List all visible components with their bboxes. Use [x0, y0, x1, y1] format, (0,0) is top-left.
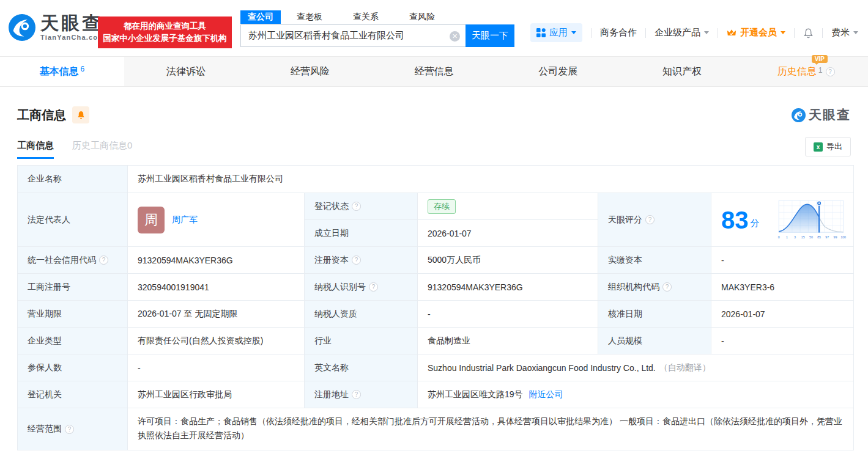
nav-notifications[interactable]	[803, 28, 814, 39]
help-icon[interactable]: ?	[352, 255, 361, 265]
section-title: 工商信息	[17, 107, 66, 123]
nav-enterprise[interactable]: 企业级产品	[655, 27, 709, 39]
svg-text:1: 1	[785, 235, 787, 239]
registry-value: 苏州工业园区行政审批局	[128, 381, 305, 408]
divider	[718, 28, 718, 38]
company-type-label: 企业类型	[18, 328, 128, 354]
address-label: 注册地址 ?	[305, 381, 418, 408]
score-cell[interactable]: 83 分 0 1	[711, 193, 854, 247]
chevron-down-icon	[704, 31, 709, 34]
paid-capital-label: 实缴资本	[598, 247, 711, 274]
tab-basic-count: 6	[81, 65, 85, 73]
help-icon[interactable]: ?	[826, 67, 835, 76]
insured-label: 参保人数	[18, 354, 128, 381]
help-icon[interactable]: ?	[352, 202, 361, 211]
subtab-business-info[interactable]: 工商信息	[17, 140, 54, 159]
business-term-label: 营业期限	[18, 301, 128, 328]
tab-basic-info[interactable]: 基本信息 6	[0, 57, 124, 86]
help-icon[interactable]: ?	[645, 215, 655, 224]
search-tab-relation[interactable]: 查关系	[346, 10, 386, 24]
chevron-down-icon	[781, 31, 785, 34]
divider	[822, 28, 823, 38]
bell-icon	[76, 110, 86, 120]
divider	[591, 28, 592, 38]
business-info-table: 企业名称 苏州工业园区稻香村食品工业有限公司 法定代表人 周 周广军 登记状态 …	[17, 165, 854, 450]
apps-grid-icon	[536, 28, 546, 37]
help-icon[interactable]: ?	[662, 282, 672, 292]
svg-text:15: 15	[801, 235, 804, 239]
export-button[interactable]: x 导出	[805, 137, 851, 156]
credit-code-value: 91320594MAK3YER36G	[128, 247, 305, 274]
help-icon[interactable]: ?	[99, 255, 108, 265]
help-icon[interactable]: ?	[352, 390, 361, 399]
reg-number-value: 320594001919041	[128, 274, 305, 301]
tianyancha-logo-icon	[9, 14, 35, 41]
divider	[645, 28, 646, 38]
tab-legal[interactable]: 法律诉讼	[124, 57, 248, 86]
score-distribution-chart: 0 1 3 15 50 85 97 99 100	[776, 196, 848, 244]
score-value: 83	[721, 208, 749, 232]
tab-intellectual-property[interactable]: 知识产权	[620, 57, 744, 86]
watermark-brand: 天眼查	[809, 106, 851, 123]
tab-company-development[interactable]: 公司发展	[496, 57, 620, 86]
taxpayer-id-label: 纳税人识别号 ?	[305, 274, 418, 301]
nav-user-menu[interactable]: 费米	[831, 27, 858, 39]
taxpayer-quality-value: -	[418, 301, 598, 328]
divider	[794, 28, 795, 38]
reg-status-label: 登记状态 ?	[305, 193, 418, 220]
taxpayer-id-value: 91320594MAK3YER36G	[418, 274, 598, 301]
subtab-history-business-info[interactable]: 历史工商信息0	[72, 140, 132, 159]
org-code-label: 组织机构代码 ?	[598, 274, 711, 301]
vip-crown-icon	[727, 28, 736, 37]
svg-text:0: 0	[777, 235, 779, 239]
svg-text:50: 50	[809, 235, 812, 239]
org-code-value: MAK3YER3-6	[711, 274, 854, 301]
score-label: 天眼评分 ?	[598, 193, 711, 247]
industry-value: 食品制造业	[418, 328, 598, 354]
staff-size-value: -	[711, 328, 854, 354]
company-type-value: 有限责任公司(自然人投资或控股)	[128, 328, 305, 354]
nav-open-vip[interactable]: 开通会员	[727, 27, 785, 39]
search-tab-company[interactable]: 查公司	[240, 10, 281, 24]
reg-capital-label: 注册资本 ?	[305, 247, 418, 274]
vip-badge: VIP	[812, 55, 828, 63]
monitor-bell-button[interactable]	[72, 106, 89, 123]
approval-date-label: 核准日期	[598, 301, 711, 328]
tab-operating-info[interactable]: 经营信息	[372, 57, 496, 86]
score-unit: 分	[751, 218, 760, 229]
brand-name: 天眼查	[40, 14, 105, 32]
help-icon[interactable]: ?	[369, 282, 378, 292]
business-term-value: 2026-01-07 至 无固定期限	[128, 301, 305, 328]
nearby-companies-link[interactable]: 附近公司	[529, 389, 563, 400]
slogan-banner: 都在用的商业查询工具 国家中小企业发展子基金旗下机构	[98, 17, 232, 48]
help-icon[interactable]: ?	[65, 425, 74, 434]
nav-cooperation[interactable]: 商务合作	[600, 27, 637, 39]
english-name-label: 英文名称	[305, 354, 418, 381]
business-scope-value: 许可项目：食品生产；食品销售（依法须经批准的项目，经相关部门批准后方可开展经营活…	[128, 408, 854, 450]
reg-status-value: 存续	[418, 193, 598, 220]
search-tab-boss[interactable]: 查老板	[289, 10, 330, 24]
search-input[interactable]	[241, 25, 466, 46]
address-value: 苏州工业园区唯文路19号 附近公司	[418, 381, 854, 408]
tab-operating-risk[interactable]: 经营风险	[248, 57, 372, 86]
header-nav: 应用 商务合作 企业级产品 开通会员	[530, 23, 858, 42]
legal-rep-avatar[interactable]: 周	[138, 207, 165, 233]
search-button[interactable]: 天眼一下	[466, 24, 514, 47]
watermark-logo: 天眼查	[792, 106, 851, 123]
company-section-tabs: 基本信息 6 法律诉讼 经营风险 经营信息 公司发展 知识产权 历史信息 VIP…	[0, 56, 868, 87]
legal-rep-cell: 周 周广军	[128, 193, 305, 247]
svg-text:85: 85	[817, 235, 821, 239]
search-tab-risk[interactable]: 查风险	[402, 10, 442, 24]
industry-label: 行业	[305, 328, 418, 354]
tianyancha-logo-icon	[792, 108, 806, 122]
nav-apps[interactable]: 应用	[530, 23, 582, 42]
site-logo[interactable]: 天眼查 TianYanCha.com	[9, 14, 105, 41]
excel-icon: x	[814, 142, 823, 152]
legal-rep-name-link[interactable]: 周广军	[172, 215, 198, 226]
clear-search-icon[interactable]: ✕	[450, 31, 460, 42]
svg-text:100: 100	[840, 235, 846, 239]
tab-history-count: 1	[818, 66, 823, 75]
tab-history-info[interactable]: 历史信息 VIP 1 ?	[744, 57, 868, 86]
company-name-value: 苏州工业园区稻香村食品工业有限公司	[128, 166, 854, 193]
insured-value: -	[128, 354, 305, 381]
